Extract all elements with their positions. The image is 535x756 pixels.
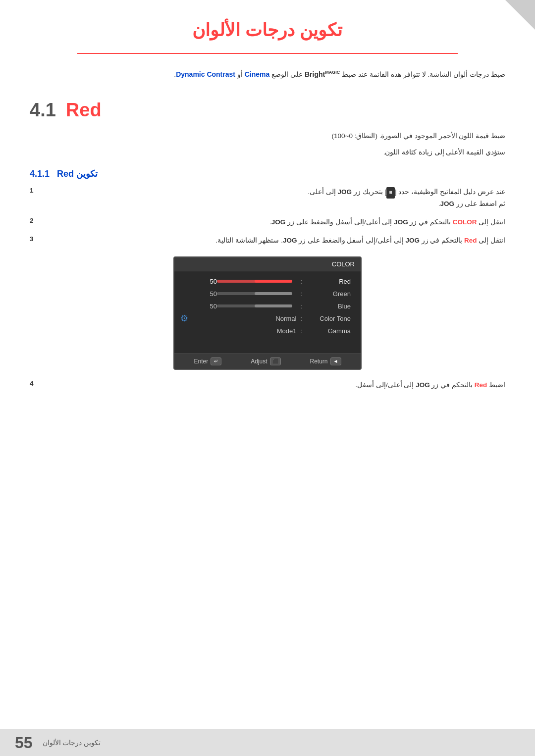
osd-row-blue: Blue : 50 [174, 300, 361, 312]
function-key-icon: ⊞ [386, 187, 395, 199]
osd-bar-green [217, 292, 292, 295]
osd-label-colortone: Color Tone [306, 315, 351, 322]
section-41-heading: Red 4.1 [30, 100, 505, 121]
osd-spacer [174, 337, 361, 350]
adjust-label: Adjust [251, 358, 267, 365]
return-label: Return [310, 358, 327, 365]
page-footer: تكوين درجات الألوان 55 [0, 729, 535, 756]
page-description: ضبط درجات ألوان الشاشة. لا تتوافر هذه ال… [30, 69, 505, 80]
title-divider [77, 53, 458, 54]
adjust-icon: ⬛ [270, 357, 281, 365]
step-3: انتقل إلى Red بالتحكم في زر JOG إلى أعلى… [30, 235, 505, 247]
osd-label-gamma: Gamma [306, 327, 351, 335]
footer-chapter-title: تكوين درجات الألوان [43, 739, 101, 747]
step-4-number: 4 [30, 380, 40, 387]
section-41-title: Red [66, 100, 102, 121]
osd-value-green: 50 [202, 290, 217, 298]
section-41-body1: ضبط قيمة اللون الأحمر الموجود في الصورة.… [30, 131, 505, 142]
osd-label-blue: Blue [306, 302, 351, 310]
osd-side-icon: ⚙ [180, 313, 188, 324]
osd-footer: ◄ Return ⬛ Adjust ↵ Enter [174, 353, 361, 369]
step-4: اضبط Red بالتحكم في زر JOG إلى أعلى/إلى … [30, 380, 505, 391]
desc-cinema: Cinema [245, 70, 270, 78]
osd-screen: COLOR Red : 50 Green : [173, 256, 362, 370]
step-2-number: 2 [30, 217, 40, 224]
osd-bar-red [217, 280, 292, 283]
desc-or: أو [235, 70, 245, 78]
step-2: انتقل إلى COLOR بالتحكم في زر JOG إلى أع… [30, 217, 505, 228]
desc-before-bright: ضبط درجات ألوان الشاشة. لا تتوافر هذه ال… [340, 70, 505, 78]
page-title: تكوين درجات الألوان [30, 20, 505, 41]
step-3-text: انتقل إلى Red بالتحكم في زر JOG إلى أعلى… [45, 235, 505, 247]
step-1-text: عند عرض دليل المفاتيح الوظيفية، حدد [⊞] … [45, 187, 505, 210]
desc-bright: BrightMAGIC [305, 70, 340, 78]
step-4-text: اضبط Red بالتحكم في زر JOG إلى أعلى/إلى … [45, 380, 505, 391]
osd-header: COLOR [174, 257, 361, 271]
osd-footer-return: ◄ Return [310, 357, 341, 365]
section-41-body2: ستؤدي القيمة الأعلى إلى زيادة كثافة اللو… [30, 147, 505, 158]
step-3-number: 3 [30, 235, 40, 243]
osd-bar-blue [217, 304, 292, 307]
osd-value-gamma: Mode1 [277, 327, 297, 335]
desc-dynamic-contrast: Dynamic Contrast [176, 70, 235, 78]
osd-value-blue: 50 [202, 302, 217, 310]
enter-label: Enter [194, 358, 209, 365]
osd-bar-red-fill [255, 280, 292, 283]
subsection-411-number: 4.1.1 [30, 169, 50, 179]
osd-bar-green-fill [255, 292, 292, 295]
osd-value-red: 50 [202, 278, 217, 285]
desc-between: على الوضع [269, 70, 305, 78]
osd-bar-blue-fill [255, 304, 292, 307]
step-1: عند عرض دليل المفاتيح الوظيفية، حدد [⊞] … [30, 187, 505, 210]
osd-row-gamma: Gamma : Mode1 [174, 325, 361, 337]
osd-label-green: Green [306, 290, 351, 298]
step-1-number: 1 [30, 187, 40, 194]
return-icon: ◄ [330, 357, 341, 365]
osd-row-colortone: Color Tone : Normal ⚙ [174, 312, 361, 325]
osd-footer-enter: ↵ Enter [194, 357, 222, 365]
osd-value-colortone: Normal [275, 315, 296, 322]
osd-footer-adjust: ⬛ Adjust [251, 357, 280, 365]
osd-label-red: Red [306, 278, 351, 285]
enter-icon: ↵ [211, 357, 221, 365]
section-41-number: 4.1 [30, 100, 56, 121]
osd-row-red: Red : 50 [174, 275, 361, 288]
osd-row-green: Green : 50 [174, 288, 361, 300]
step-2-text: انتقل إلى COLOR بالتحكم في زر JOG إلى أع… [45, 217, 505, 228]
footer-page-number: 55 [15, 734, 33, 752]
osd-body: Red : 50 Green : 50 [174, 271, 361, 353]
subsection-411-title: تكوين Red [57, 168, 98, 179]
steps-container: عند عرض دليل المفاتيح الوظيفية، حدد [⊞] … [30, 187, 505, 391]
subsection-411-heading: تكوين Red 4.1.1 [30, 168, 505, 179]
